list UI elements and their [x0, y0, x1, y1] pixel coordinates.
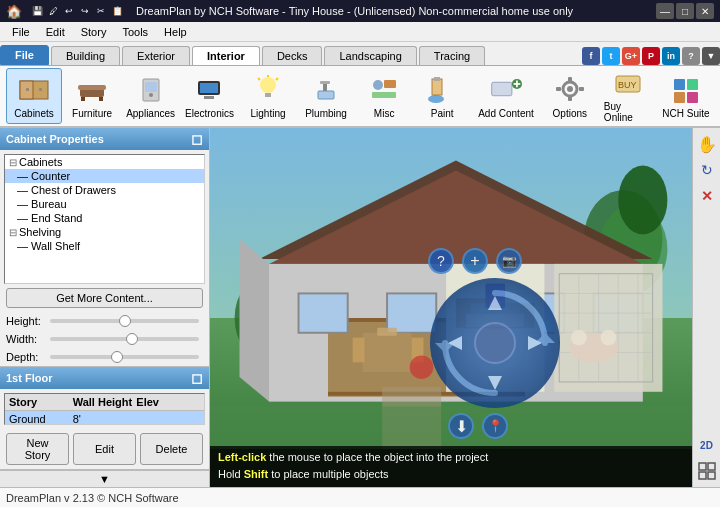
add-button[interactable]: +: [462, 248, 488, 274]
tab-landscaping[interactable]: Landscaping: [324, 46, 416, 65]
main-layout: Cabinet Properties ◻ ⊟ Cabinets — Counte…: [0, 128, 720, 487]
close-button[interactable]: ✕: [696, 3, 714, 19]
menu-tools[interactable]: Tools: [114, 24, 156, 40]
menu-file[interactable]: File: [4, 24, 38, 40]
hint-hold-text: Hold: [218, 468, 244, 480]
tab-file[interactable]: File: [0, 45, 49, 65]
pinterest-icon[interactable]: P: [642, 47, 660, 65]
tool-plumbing[interactable]: Plumbing: [298, 68, 354, 124]
redo-icon[interactable]: ↪: [78, 4, 92, 18]
depth-track: [50, 355, 199, 359]
tab-decks[interactable]: Decks: [262, 46, 323, 65]
tab-tracing[interactable]: Tracing: [419, 46, 485, 65]
svg-rect-78: [353, 338, 365, 363]
nav-circle[interactable]: [430, 278, 560, 408]
cabinet-properties-title: Cabinet Properties: [6, 133, 104, 145]
tree-item-chest[interactable]: — Chest of Drawers: [5, 183, 204, 197]
edit-icon[interactable]: 🖊: [46, 4, 60, 18]
delete-button[interactable]: Delete: [140, 433, 203, 465]
tool-cabinets[interactable]: Cabinets: [6, 68, 62, 124]
tool-nch-suite[interactable]: NCH Suite: [658, 68, 714, 124]
width-thumb[interactable]: [126, 333, 138, 345]
tree-item-counter[interactable]: — Counter: [5, 169, 204, 183]
tree-item-wall-shelf-label: Wall Shelf: [31, 240, 80, 252]
tab-interior[interactable]: Interior: [192, 46, 260, 65]
tool-options[interactable]: Options: [542, 68, 598, 124]
orbit-button[interactable]: ↻: [695, 158, 719, 182]
version-text: DreamPlan v 2.13 © NCH Software: [6, 492, 179, 504]
tabbar: File Building Exterior Interior Decks La…: [0, 42, 720, 66]
tool-add-content[interactable]: Add Content: [472, 68, 540, 124]
story-table[interactable]: Story Wall Height Elev Ground Level 8' 2…: [4, 393, 205, 425]
options-label: Options: [553, 108, 587, 119]
edit-button[interactable]: Edit: [73, 433, 136, 465]
location-button[interactable]: 📍: [482, 413, 508, 439]
new-story-button[interactable]: New Story: [6, 433, 69, 465]
floor-header[interactable]: 1st Floor ◻: [0, 367, 209, 389]
tab-exterior[interactable]: Exterior: [122, 46, 190, 65]
minimize-button[interactable]: —: [656, 3, 674, 19]
cursor-tool-button[interactable]: ✋: [695, 132, 719, 156]
question-button[interactable]: ?: [428, 248, 454, 274]
navigation-overlay[interactable]: [430, 278, 560, 408]
facebook-icon[interactable]: f: [582, 47, 600, 65]
tree-node-shelving[interactable]: ⊟ Shelving: [5, 225, 204, 239]
info-icon[interactable]: ▼: [702, 47, 720, 65]
menubar: File Edit Story Tools Help: [0, 22, 720, 42]
linkedin-icon[interactable]: in: [662, 47, 680, 65]
menu-story[interactable]: Story: [73, 24, 115, 40]
nch-suite-icon: [670, 73, 702, 105]
red-x-button[interactable]: ✕: [695, 184, 719, 208]
floor-collapse-icon[interactable]: ◻: [191, 370, 203, 386]
tool-buy-online[interactable]: BUY Buy Online: [600, 68, 656, 124]
tool-misc[interactable]: Misc: [356, 68, 412, 124]
panel-collapse-icon[interactable]: ◻: [191, 131, 203, 147]
depth-thumb[interactable]: [111, 351, 123, 363]
twitter-icon[interactable]: t: [602, 47, 620, 65]
svg-rect-6: [81, 97, 85, 101]
tool-lighting[interactable]: Lighting: [240, 68, 296, 124]
undo-icon[interactable]: ↩: [62, 4, 76, 18]
maximize-button[interactable]: □: [676, 3, 694, 19]
tool-paint[interactable]: Paint: [414, 68, 470, 124]
cabinet-tree[interactable]: ⊟ Cabinets — Counter — Chest of Drawers …: [4, 154, 205, 284]
tool-electronics[interactable]: Electronics: [181, 68, 238, 124]
cabinet-properties-header[interactable]: Cabinet Properties ◻: [0, 128, 209, 150]
svg-rect-28: [492, 82, 512, 95]
copy-icon[interactable]: 📋: [110, 4, 124, 18]
camera-button[interactable]: 📷: [496, 248, 522, 274]
plumbing-label: Plumbing: [305, 108, 347, 119]
height-track: [50, 319, 199, 323]
floor-buttons: New Story Edit Delete: [0, 429, 209, 469]
overlay-buttons-bottom: ⬇ 📍: [448, 413, 508, 439]
svg-rect-2: [26, 88, 29, 91]
height-thumb[interactable]: [119, 315, 131, 327]
svg-rect-40: [674, 79, 685, 90]
panel-scroll-down[interactable]: ▼: [0, 470, 209, 487]
story-row-ground[interactable]: Ground Level 8': [5, 411, 204, 425]
menu-help[interactable]: Help: [156, 24, 195, 40]
menu-edit[interactable]: Edit: [38, 24, 73, 40]
googleplus-icon[interactable]: G+: [622, 47, 640, 65]
2d-view-button[interactable]: 2D: [695, 433, 719, 457]
tree-node-cabinets[interactable]: ⊟ Cabinets: [5, 155, 204, 169]
content-area: ? + 📷 ⬇ 📍 Left-click the mouse to place …: [210, 128, 720, 487]
tab-building[interactable]: Building: [51, 46, 120, 65]
tree-item-end-stand[interactable]: — End Stand: [5, 211, 204, 225]
help-icon[interactable]: ?: [682, 47, 700, 65]
cut-icon[interactable]: ✂: [94, 4, 108, 18]
tree-item-chest-label: Chest of Drawers: [31, 184, 116, 196]
tool-furniture[interactable]: Furniture: [64, 68, 120, 124]
move-down-button[interactable]: ⬇: [448, 413, 474, 439]
tool-appliances[interactable]: Appliances: [122, 68, 179, 124]
add-content-icon: [490, 73, 522, 105]
svg-line-17: [276, 78, 278, 80]
save-icon[interactable]: 💾: [30, 4, 44, 18]
overlay-buttons-top: ? + 📷: [428, 248, 522, 274]
svg-rect-3: [39, 88, 42, 91]
tree-item-wall-shelf[interactable]: — Wall Shelf: [5, 239, 204, 253]
nch-suite-label: NCH Suite: [662, 108, 709, 119]
tree-item-bureau[interactable]: — Bureau: [5, 197, 204, 211]
get-more-button[interactable]: Get More Content...: [6, 288, 203, 308]
grid-view-button[interactable]: [695, 459, 719, 483]
